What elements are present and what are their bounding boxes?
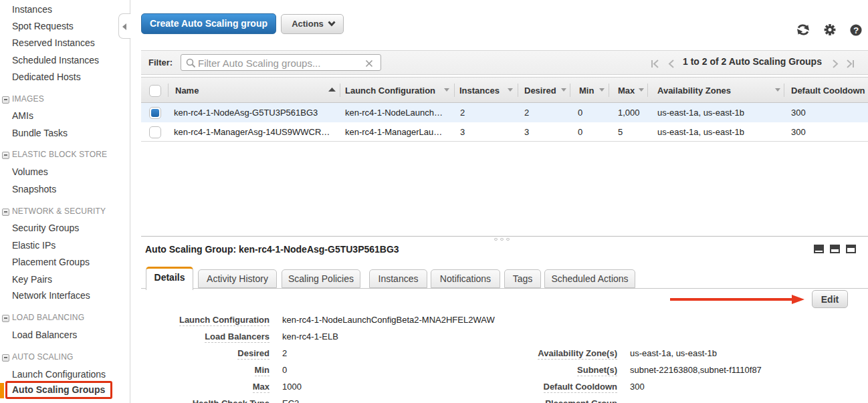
svg-text:?: ?: [853, 25, 859, 35]
